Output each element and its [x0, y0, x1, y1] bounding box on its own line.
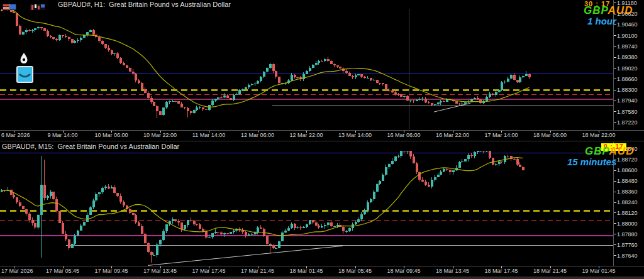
time-label: 18 Mar 05:45: [338, 268, 372, 274]
price-label: 1.88000: [617, 221, 638, 227]
time-label: 11 Mar 14:00: [192, 132, 225, 138]
price-label: 1.88720: [617, 156, 638, 163]
price-label: 1.89020: [617, 65, 638, 72]
m15-title-bar: GBPAUD#, M15: Great Britain Pound vs Aus…: [0, 143, 377, 150]
price-label: 1.89380: [617, 54, 638, 60]
price-label: 1.89740: [617, 43, 638, 50]
time-label: 18 Mar 17:45: [484, 268, 518, 274]
time-label: 6 Mar 2026: [1, 132, 30, 138]
time-scale[interactable]: 17 Mar 202617 Mar 05:4517 Mar 09:4517 Ma…: [1, 266, 616, 275]
price-label: 1.88600: [617, 167, 638, 173]
price-label: 1.87880: [617, 231, 638, 238]
h1-symbol-quote: AUD: [608, 4, 633, 16]
m15-symbol-quote: AUD: [609, 145, 635, 157]
chart-tool-button[interactable]: [16, 66, 33, 83]
time-label: 17 Mar 05:45: [46, 268, 79, 274]
price-label: 1.88480: [617, 178, 638, 184]
chart-H1: 1.911801.908201.904601.901001.897401.893…: [0, 0, 644, 138]
time-label: 10 Mar 06:00: [94, 132, 128, 138]
h1-chart-title: GBPAUD#, H1: Great Britain Pound vs Aust…: [58, 1, 231, 8]
time-label: 16 Mar 22:00: [436, 132, 469, 138]
moving-average-line: [2, 9, 530, 107]
arc-icon: [18, 67, 32, 82]
time-label: 19 Mar 01:45: [582, 268, 615, 274]
price-label: 1.88240: [617, 199, 638, 205]
time-label: 12 Mar 06:00: [241, 132, 274, 138]
time-label: 13 Mar 14:00: [338, 132, 372, 138]
m15-symbol-base: GBP: [585, 145, 609, 157]
time-label: 12 Mar 22:00: [289, 132, 323, 138]
trendline[interactable]: [148, 246, 343, 265]
window-bottom-border: [0, 276, 644, 279]
time-label: 17 Mar 14:00: [484, 132, 518, 138]
time-label: 9 Mar 14:00: [47, 132, 77, 138]
candlestick-chart-icon: [30, 1, 45, 13]
price-label: 1.88660: [617, 76, 638, 82]
price-label: 1.87760: [617, 242, 638, 248]
price-label: 1.88120: [617, 210, 638, 216]
window-grid-icon: [3, 1, 16, 13]
time-label: 17 Mar 13:45: [143, 268, 177, 274]
h1-candle-timer: 30 : 17: [584, 1, 610, 8]
price-label: 1.87580: [617, 109, 638, 115]
time-label: 18 Mar 01:45: [289, 268, 323, 274]
m15-chart-title: GBPAUD#, M15: Great Britain Pound vs Aus…: [2, 143, 179, 150]
pen-cursor-icon: [18, 52, 30, 67]
charts-canvas: 1.911801.908201.904601.901001.897401.893…: [0, 0, 644, 279]
price-label: 1.87940: [617, 97, 638, 104]
price-label: 1.88300: [617, 87, 638, 93]
price-label: 1.90100: [617, 33, 638, 39]
time-label: 16 Mar 06:00: [387, 132, 420, 138]
h1-timeframe-label: 1 hour: [587, 16, 616, 26]
time-label: 18 Mar 22:00: [582, 132, 615, 138]
price-label: 1.87640: [617, 253, 638, 259]
price-label: 1.87220: [617, 119, 638, 126]
time-label: 18 Mar 13:45: [436, 268, 469, 274]
time-label: 17 Mar 21:45: [241, 268, 274, 274]
price-scale[interactable]: 1.888401.887201.886001.884801.883601.882…: [614, 146, 638, 259]
time-label: 17 Mar 09:45: [94, 268, 128, 274]
mt4-workspace: { "window": { "bottom_border_color": "#2…: [0, 0, 644, 279]
price-scale[interactable]: 1.911801.908201.904601.901001.897401.893…: [614, 0, 638, 126]
m15-symbol-label: GBPAUD: [585, 146, 634, 156]
time-label: 18 Mar 06:00: [533, 132, 567, 138]
time-label: 17 Mar 2026: [1, 268, 33, 274]
time-label: 18 Mar 21:45: [533, 268, 567, 274]
time-label: 18 Mar 09:45: [387, 268, 420, 274]
time-scale[interactable]: 6 Mar 20269 Mar 14:0010 Mar 06:0010 Mar …: [1, 131, 616, 139]
price-label: 1.88360: [617, 189, 638, 195]
price-label: 1.90460: [617, 21, 638, 28]
time-label: 17 Mar 17:45: [192, 268, 225, 274]
chart-M15: 1.888401.887201.886001.884801.883601.882…: [0, 142, 644, 274]
candles: [1, 9, 531, 118]
h1-title-bar: GBPAUD#, H1: Great Britain Pound vs Aust…: [0, 0, 377, 8]
time-label: 10 Mar 22:00: [143, 132, 177, 138]
m15-timeframe-label: 15 minutes: [567, 157, 616, 167]
